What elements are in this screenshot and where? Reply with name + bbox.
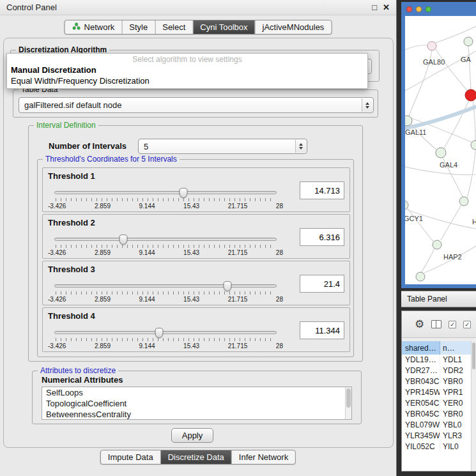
scale-label: 21.715 — [228, 342, 248, 349]
scale-label: 21.715 — [228, 203, 248, 210]
table-row[interactable]: YBR043CYBR0 — [402, 376, 476, 387]
table-row[interactable]: YIL052CYIL0 — [402, 441, 476, 452]
network-node[interactable] — [459, 197, 468, 206]
tab-discretize-data-label: Discretize Data — [168, 452, 224, 462]
table-row[interactable]: YDR27…YDR2 — [402, 365, 476, 376]
table-body: YDL19…YDL1 YDR27…YDR2 YBR043CYBR0 YPR145… — [402, 355, 476, 471]
threshold-1-value-field[interactable]: 14.713 — [300, 181, 344, 199]
slider-track[interactable] — [54, 284, 277, 288]
option-equal-width-frequency[interactable]: Equal Width/Frequency Discretization — [7, 75, 367, 86]
network-node[interactable] — [405, 116, 412, 126]
list-item[interactable]: TopologicalCoefficient — [42, 398, 351, 409]
minimize-window-icon[interactable] — [416, 6, 422, 12]
option-manual-discretization[interactable]: Manual Discretization — [7, 65, 367, 75]
slider-track[interactable] — [54, 331, 277, 334]
apply-button[interactable]: Apply — [171, 428, 213, 443]
cell-shared-name[interactable]: YDR27… — [402, 365, 440, 376]
column-header-shared-name[interactable]: shared… — [402, 341, 440, 355]
table-data-combobox[interactable]: galFiltered.sif default node — [19, 97, 374, 113]
tab-jactivemnodules[interactable]: jActiveMNodules — [256, 20, 332, 34]
scale-label: 28 — [276, 203, 283, 210]
close-panel-button[interactable]: ✕ — [383, 3, 390, 12]
threshold-4-value-field[interactable]: 11.344 — [300, 321, 344, 339]
network-node[interactable] — [433, 240, 441, 249]
scale-label: 2.859 — [95, 249, 111, 256]
node-label: GAL11 — [405, 128, 426, 136]
network-node[interactable] — [416, 272, 425, 281]
network-node[interactable] — [436, 148, 446, 158]
float-window-button[interactable]: □ — [372, 3, 377, 12]
slider-thumb[interactable] — [155, 328, 163, 338]
tab-style-label: Style — [129, 22, 148, 32]
node-label: H — [472, 218, 476, 226]
tab-impute-data[interactable]: Impute Data — [101, 450, 161, 464]
tab-cyni-toolbox[interactable]: Cyni Toolbox — [193, 20, 255, 34]
cell-shared-name[interactable]: YIL052C — [402, 441, 440, 452]
table-row[interactable]: YER054CYER0 — [402, 398, 476, 409]
table-widget: ⚙ ✓ ✓ shared… n… YDL19…YDL1 YDR27…YDR2 Y… — [401, 311, 476, 472]
slider-thumb[interactable] — [223, 281, 231, 291]
scrollbar-thumb[interactable] — [346, 388, 351, 408]
scale-label: 2.859 — [95, 203, 111, 210]
network-canvas[interactable]: GAL80 GA GAL11 GAL4 GCY1 HAP2 H — [405, 16, 476, 284]
table-row[interactable]: YLR345WYLR3 — [402, 431, 476, 441]
number-of-intervals-combobox[interactable]: 5 — [138, 139, 307, 154]
tab-discretize-data[interactable]: Discretize Data — [161, 450, 232, 464]
list-item[interactable]: SelfLoops — [42, 387, 351, 398]
cell-shared-name[interactable]: YBR043C — [402, 376, 440, 387]
cell-shared-name[interactable]: YER054C — [402, 398, 440, 409]
table-row[interactable]: YDL19…YDL1 — [402, 355, 476, 365]
tab-select-label: Select — [162, 22, 185, 32]
combobox-stepper-icon — [362, 98, 372, 112]
cell-shared-name[interactable]: YDL19… — [402, 355, 440, 365]
select-columns-icon[interactable] — [431, 320, 441, 328]
zoom-window-icon[interactable] — [426, 6, 431, 12]
threshold-4-slider: -3.426 2.859 9.144 15.43 21.715 28 — [48, 325, 283, 351]
control-panel-titlebar: Control Panel □ ✕ — [0, 0, 396, 15]
number-of-intervals-value: 5 — [144, 142, 148, 151]
cell-shared-name[interactable]: YLR345W — [402, 431, 440, 441]
slider-track[interactable] — [54, 191, 277, 194]
network-view-window: GAL80 GA GAL11 GAL4 GCY1 HAP2 H — [401, 2, 476, 288]
list-item[interactable]: BetweennessCentrality — [42, 409, 351, 420]
scale-label: 21.715 — [228, 249, 248, 256]
threshold-3-value-field[interactable]: 21.4 — [300, 275, 344, 293]
select-none-icon[interactable]: ✓ — [463, 321, 471, 328]
table-data-selected-value: galFiltered.sif default node — [24, 100, 121, 110]
gear-icon[interactable]: ⚙ — [415, 319, 424, 330]
list-scrollbar[interactable] — [345, 387, 351, 419]
bottom-tabstrip: Impute Data Discretize Data Infer Networ… — [100, 450, 296, 464]
network-node[interactable] — [464, 37, 473, 46]
scale-label: 9.144 — [139, 342, 155, 349]
cell-shared-name[interactable]: YBR045C — [402, 409, 440, 420]
scale-label: 9.144 — [139, 249, 155, 256]
tab-infer-network[interactable]: Infer Network — [232, 450, 295, 464]
slider-thumb[interactable] — [119, 234, 128, 245]
select-all-icon[interactable]: ✓ — [449, 321, 456, 328]
table-scrollbar[interactable] — [471, 341, 476, 471]
tab-network[interactable]: Network — [65, 20, 123, 34]
table-header-row: shared… n… — [402, 341, 476, 355]
scale-label: 2.859 — [95, 296, 111, 303]
threshold-3-label: Threshold 3 — [48, 265, 95, 274]
scale-label: -3.426 — [48, 296, 66, 303]
table-row[interactable]: YBL079WYBL0 — [402, 420, 476, 431]
scrollbar-thumb[interactable] — [472, 342, 475, 369]
slider-track[interactable] — [54, 238, 277, 241]
table-row[interactable]: YBR045CYBR0 — [402, 409, 476, 420]
table-row[interactable]: YPR145WYPR1 — [402, 387, 476, 398]
cell-shared-name[interactable]: YBL079W — [402, 420, 440, 431]
numerical-attributes-list[interactable]: SelfLoops TopologicalCoefficient Between… — [42, 387, 352, 420]
tab-style[interactable]: Style — [122, 20, 155, 34]
node-label: GA — [461, 56, 472, 63]
network-node[interactable] — [427, 42, 436, 50]
tab-select[interactable]: Select — [155, 20, 193, 34]
threshold-3-panel: Threshold 3 -3.426 2.859 9.144 15.43 21.… — [42, 261, 350, 305]
close-window-icon[interactable] — [406, 6, 412, 12]
cell-shared-name[interactable]: YPR145W — [402, 387, 440, 398]
threshold-2-value-field[interactable]: 6.316 — [300, 228, 344, 246]
network-node-selected[interactable] — [465, 89, 476, 101]
table-data-group: Table Data galFiltered.sif default node — [13, 89, 378, 118]
network-graph: GAL80 GA GAL11 GAL4 GCY1 HAP2 H — [405, 16, 476, 284]
slider-thumb[interactable] — [179, 188, 187, 198]
